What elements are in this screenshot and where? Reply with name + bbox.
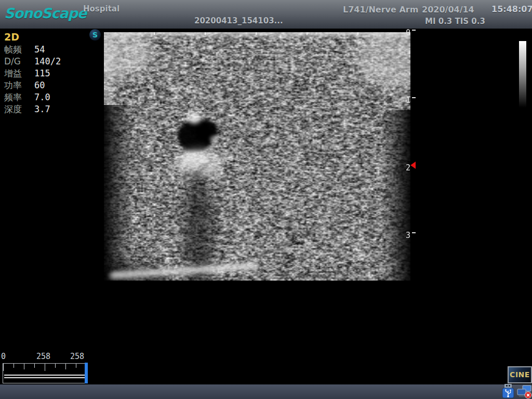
param-row: 深度3.7: [4, 103, 61, 115]
cine-ruler-tick: [76, 364, 76, 368]
param-value: 140/2: [34, 56, 61, 66]
param-row: 增益115: [4, 68, 61, 79]
mi-tis-values: MI 0.3 TIS 0.3: [425, 17, 485, 26]
network-disconnected-icon: [516, 385, 532, 399]
sonoscape-logo: SonoScape: [4, 5, 86, 21]
param-label: 功率: [4, 79, 34, 91]
cine-ruler-tick: [34, 364, 35, 368]
parameter-panel: 2D 帧频54D/G140/2增益115功率60频率7.0深度3.7: [4, 31, 61, 115]
cine-ruler-tick: [65, 364, 66, 369]
mode-label: 2D: [4, 31, 61, 44]
param-label: 深度: [4, 103, 34, 115]
depth-label: 1: [403, 96, 410, 105]
bottom-status-bar: [0, 384, 532, 399]
probe-preset: L741/Nerve Arm: [343, 5, 418, 15]
grayscale-bar: [519, 41, 526, 108]
depth-label: 2: [403, 163, 410, 172]
exam-id: 20200413_154103...: [194, 16, 283, 25]
depth-tick: [412, 232, 416, 233]
focus-marker: [410, 162, 416, 169]
cine-button-label: CINE: [510, 370, 530, 379]
param-label: 频率: [4, 91, 34, 103]
param-value: 7.0: [34, 92, 50, 102]
cine-ruler-tick: [45, 364, 45, 371]
ultrasound-screen: SonoScape Hospital L741/Nerve Arm 2020/0…: [0, 0, 532, 399]
probe-orientation-marker: S: [89, 29, 101, 41]
param-row: 帧频54: [4, 44, 61, 56]
usb-icon: [500, 383, 516, 398]
depth-label: 3: [403, 231, 410, 240]
depth-tick: [412, 97, 416, 98]
cine-position-indicator[interactable]: [85, 363, 88, 383]
probe-marker-letter: S: [92, 31, 98, 39]
param-value: 115: [34, 68, 50, 78]
param-label: D/G: [4, 56, 34, 68]
hospital-name: Hospital: [83, 4, 119, 14]
cine-ruler-tick: [24, 364, 24, 369]
cine-ruler[interactable]: [3, 363, 87, 383]
cine-ruler-tick: [55, 364, 56, 368]
param-row: 频率7.0: [4, 91, 61, 103]
cine-ruler-tick: [14, 364, 14, 368]
param-value: 3.7: [34, 104, 50, 114]
param-label: 帧频: [4, 44, 34, 56]
depth-tick: [412, 30, 416, 31]
cine-track-line: [4, 375, 85, 376]
param-row: D/G140/2: [4, 56, 61, 68]
exam-date: 2020/04/14: [422, 5, 474, 15]
depth-label: 0: [403, 28, 410, 37]
cine-track-line: [4, 377, 85, 378]
param-value: 60: [34, 80, 45, 90]
cine-frame-label: 258: [70, 352, 84, 361]
param-value: 54: [34, 44, 45, 55]
param-row: 功率60: [4, 79, 61, 91]
header-bar: SonoScape Hospital L741/Nerve Arm 2020/0…: [0, 0, 532, 29]
param-label: 增益: [4, 68, 34, 79]
cine-button[interactable]: CINE: [508, 366, 532, 383]
ultrasound-image: [104, 32, 410, 281]
cine-ruler-tick: [3, 364, 4, 371]
cine-frame-label: 0: [1, 352, 6, 361]
cine-frame-label: 258: [36, 352, 50, 361]
clock: 15:48:07: [491, 4, 532, 14]
